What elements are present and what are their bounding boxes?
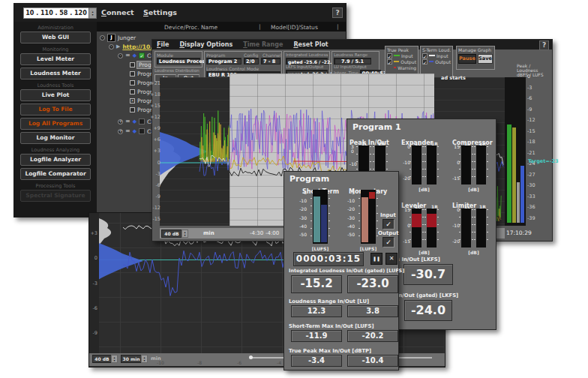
sidebar-item-live-plot[interactable]: Live Plot xyxy=(20,89,91,101)
sidebar-section-processing-tools: Processing Tools xyxy=(36,182,76,190)
scale-label: -9 xyxy=(156,194,160,200)
row-label: Short-Term Max In/Out [LUFS] xyxy=(289,323,374,329)
ip-spinner[interactable]: ▴ ▾ xyxy=(88,8,97,19)
help-icon[interactable]: ? xyxy=(332,8,343,18)
true-peak-output-checkbox[interactable]: ✓ xyxy=(387,59,392,64)
range-out-value: 3.8 xyxy=(347,305,398,317)
input-label: Input xyxy=(380,212,396,218)
sidebar-item-logfile-comparator[interactable]: Logfile Comparator xyxy=(20,168,91,180)
ip-address-input[interactable]: 10 . 110 . 58 . 120 xyxy=(23,8,89,19)
menu-file[interactable]: File xyxy=(157,41,169,48)
desktop: 10 . 110 . 58 . 120 ▴ ▾ Connect Settings… xyxy=(0,0,588,378)
program-label: Program xyxy=(206,52,225,58)
device-checkbox[interactable] xyxy=(139,128,145,134)
collapse-icon[interactable]: - xyxy=(118,53,123,58)
main-toolbar: 10 . 110 . 58 . 120 ▴ ▾ Connect Settings… xyxy=(14,4,346,22)
menu-display-options[interactable]: Display Options xyxy=(179,41,232,48)
device-menu-icon: ≡ xyxy=(125,128,130,134)
axis-tick: -4:30 xyxy=(250,230,263,236)
yellow-swatch xyxy=(394,61,399,62)
log-window-spinner[interactable]: 30 min xyxy=(121,355,142,363)
plot-help-icon[interactable]: ? xyxy=(539,40,549,50)
checkbox-label: Output xyxy=(400,59,416,64)
device-checkbox[interactable] xyxy=(139,118,145,124)
axis-range-spinner-arrows[interactable]: ▴ ▾ xyxy=(182,230,188,238)
collapse-icon[interactable]: - xyxy=(109,44,114,50)
scale-label: +12 xyxy=(150,115,160,120)
scale-label: -15 xyxy=(152,217,160,222)
spinner-down-icon: ▾ xyxy=(143,359,145,362)
log-range-spinner-arrows[interactable]: ▴ ▾ xyxy=(111,355,118,363)
blue-swatch xyxy=(429,61,434,62)
program-icon xyxy=(130,62,135,68)
meter-well xyxy=(461,146,471,184)
meter-bar-input-loudness xyxy=(517,182,520,223)
meter-bar-input-peak xyxy=(507,124,512,223)
sidebar-item-web-gui[interactable]: Web GUI xyxy=(20,32,91,44)
expand-icon[interactable]: + xyxy=(118,119,123,124)
meter-unit: [dB] xyxy=(412,187,436,192)
sidebar-item-loudness-meter[interactable]: Loudness Meter xyxy=(20,68,91,80)
log-range-spinner[interactable]: 40 dB xyxy=(92,355,112,363)
menu-settings[interactable]: Settings xyxy=(143,8,177,16)
scale-label: -36 xyxy=(527,205,541,210)
device-menu-icon: ≡ xyxy=(125,118,130,124)
module-panel: Module Loudness Process xyxy=(154,51,202,68)
lkfs-value-out: -30.7 xyxy=(404,264,453,285)
device-checkbox[interactable]: ✓ xyxy=(139,52,145,58)
range-value: 7.9 / 5.1 xyxy=(334,58,371,64)
scale-label: 0 xyxy=(158,160,160,166)
sidebar-item-level-meter[interactable]: Level Meter xyxy=(20,53,91,65)
scale-label: -6 xyxy=(527,96,541,101)
diamond-icon: ◆ xyxy=(133,118,136,124)
white-swatch xyxy=(429,55,435,56)
leveler-gain-bar xyxy=(427,214,436,227)
meter-well xyxy=(461,208,471,248)
log-scrollbar-thumb[interactable] xyxy=(249,356,253,359)
sidebar-item-log-all-programs[interactable]: Log All Programs xyxy=(20,118,91,130)
pause-button[interactable]: Pause xyxy=(458,54,476,64)
scale-label: +3 xyxy=(153,148,160,154)
log-window-spinner-arrows[interactable]: ▴ ▾ xyxy=(141,355,148,363)
meter-well xyxy=(412,208,422,248)
meter-well xyxy=(412,146,422,184)
sterm-input-checkbox[interactable]: ✓ xyxy=(422,53,428,58)
sidebar-item-logfile-analyzer[interactable]: Logfile Analyzer xyxy=(20,154,91,166)
meter-leveler: Leveler 1L 1R 150-15 [dB] xyxy=(401,196,448,261)
output-checkbox[interactable]: ✓ xyxy=(382,237,394,248)
close-icon[interactable]: ✕ xyxy=(386,253,398,265)
channel-value: 7 - 8 xyxy=(261,58,280,64)
plot-marker-label: ad starts xyxy=(441,75,466,81)
true-peak-max-in-value: -3.4 xyxy=(291,355,342,367)
sidebar-section-monitoring: Monitoring xyxy=(43,46,69,53)
diamond-icon: ◆ xyxy=(133,52,136,58)
meter-unit: [LUFS] xyxy=(310,246,331,251)
scale-label: -30 xyxy=(347,216,355,220)
sidebar-item-log-monitor[interactable]: Log Monitor xyxy=(20,132,91,144)
row-label: Loudness Range In/Out [LU] xyxy=(289,298,369,304)
meter-well xyxy=(313,190,328,244)
channel-label: Channel xyxy=(262,52,281,58)
diamond-icon: ◆ xyxy=(133,128,136,134)
menu-reset-plot[interactable]: Reset Plot xyxy=(293,41,328,48)
scale-label: +15 xyxy=(150,104,160,109)
save-button[interactable]: Save xyxy=(478,54,493,64)
meter-well xyxy=(361,190,376,244)
spinner-down-icon: ▾ xyxy=(92,14,93,16)
axis-range-spinner[interactable]: 40 dB xyxy=(161,230,182,238)
expand-icon[interactable]: + xyxy=(118,129,123,134)
checkbox-label: Input xyxy=(401,53,413,58)
meter-unit: [LUFS] xyxy=(358,246,379,251)
true-peak-input-checkbox[interactable]: ✓ xyxy=(387,53,392,58)
pause-icon[interactable]: ❚❚ xyxy=(370,253,382,265)
meter-bar-output-loudness xyxy=(520,166,524,223)
sidebar-item-log-to-file[interactable]: Log To File xyxy=(20,104,91,116)
menu-connect[interactable]: Connect xyxy=(101,8,134,16)
input-checkbox[interactable]: ✓ xyxy=(382,219,394,230)
tree-node-root[interactable]: - J Junger xyxy=(100,33,136,42)
collapse-icon[interactable]: - xyxy=(100,35,105,40)
sterm-label: S-Term Loud. xyxy=(422,47,451,52)
sterm-output-checkbox[interactable]: ✓ xyxy=(422,59,428,64)
window-title: Program 1 xyxy=(352,122,401,132)
scale-label: -50 xyxy=(299,232,307,237)
